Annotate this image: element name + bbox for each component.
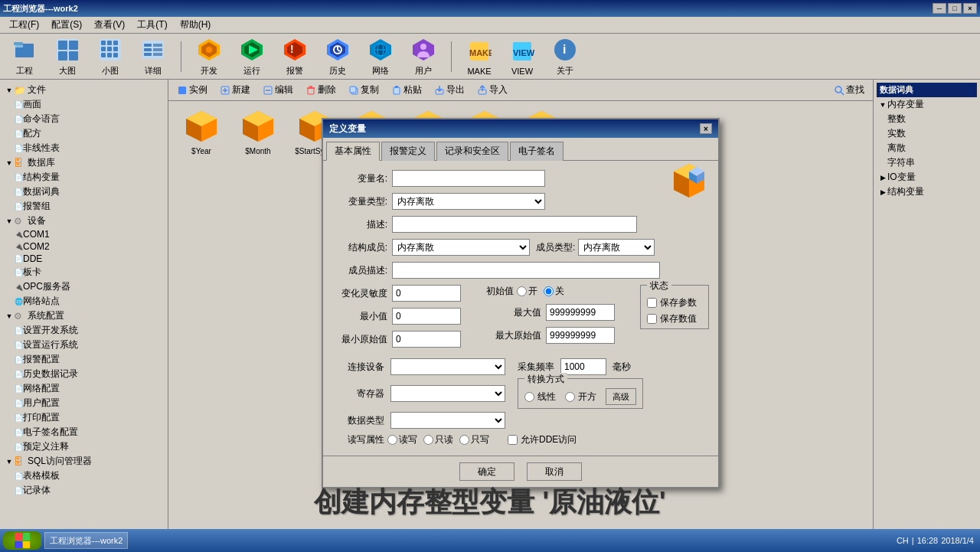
sidebar-item-com2[interactable]: 🔌 COM2 <box>12 240 165 253</box>
ct-paste[interactable]: 粘贴 <box>386 81 427 99</box>
sidebar-item-command[interactable]: 📄 命令语言 <box>12 112 165 126</box>
toolbar-run[interactable]: 运行 <box>234 36 270 77</box>
sidebar-item-esignconfig[interactable]: 📄 电子签名配置 <box>12 425 165 439</box>
toolbar-dev[interactable]: 开发 <box>191 36 227 77</box>
sidebar-item-histdata[interactable]: 📄 历史数据记录 <box>12 367 165 381</box>
maximize-button[interactable]: □ <box>948 3 962 14</box>
toolbar-view[interactable]: VIEW VIEW <box>504 38 541 76</box>
sidebar-item-predefcomment[interactable]: 📄 预定义注释 <box>12 439 165 454</box>
menu-view[interactable]: 查看(V) <box>88 17 131 33</box>
sidebar-item-recordbody[interactable]: 📄 记录体 <box>12 483 165 498</box>
allow-dde-checkbox[interactable] <box>508 435 518 445</box>
dialog-tab-basic[interactable]: 基本属性 <box>326 142 380 161</box>
convert-custom-radio[interactable] <box>565 392 575 402</box>
start-button[interactable] <box>3 531 41 550</box>
toolbar-alarm[interactable]: ! 报警 <box>276 36 313 77</box>
menu-config[interactable]: 配置(S) <box>45 17 88 33</box>
convert-linear-radio[interactable] <box>524 392 534 402</box>
member-desc-input[interactable] <box>392 262 660 279</box>
save-params-checkbox[interactable] <box>647 298 657 308</box>
max-input[interactable] <box>546 304 615 321</box>
ct-delete[interactable]: 删除 <box>300 81 341 99</box>
max-raw-input[interactable] <box>546 327 615 344</box>
ct-copy[interactable]: 复制 <box>343 81 384 99</box>
ct-search[interactable]: 查找 <box>828 81 870 99</box>
sidebar-item-com1[interactable]: 🔌 COM1 <box>12 228 165 240</box>
dialog-tab-record[interactable]: 记录和安全区 <box>436 142 508 161</box>
menu-tools[interactable]: 工具(T) <box>131 17 173 33</box>
minimize-button[interactable]: ─ <box>933 3 946 14</box>
sidebar-section-file[interactable]: ▼ 📁 文件 <box>3 83 165 97</box>
sidebar-item-devsetup[interactable]: 📄 设置开发系统 <box>12 323 165 338</box>
sidebar-item-netconfig[interactable]: 📄 网络配置 <box>12 381 165 396</box>
ro-radio[interactable] <box>423 435 433 445</box>
rs-item-int[interactable]: 整数 <box>886 112 977 126</box>
toolbar-network[interactable]: 网络 <box>362 36 399 77</box>
sidebar-item-canvas[interactable]: 📄 画面 <box>12 97 165 112</box>
toolbar-bigview[interactable]: 大图 <box>49 36 86 77</box>
ct-new[interactable]: 新建 <box>214 81 256 99</box>
sidebar-section-db[interactable]: ▼ 🗄 数据库 <box>3 155 165 170</box>
toolbar-detail[interactable]: 详细 <box>135 36 172 77</box>
ct-instance[interactable]: 实例 <box>172 81 213 99</box>
rs-item-string[interactable]: 字符串 <box>886 155 977 170</box>
toolbar-user[interactable]: 用户 <box>405 36 442 77</box>
menu-help[interactable]: 帮助(H) <box>174 17 217 33</box>
min-input[interactable] <box>392 308 461 325</box>
rs-item-iovar[interactable]: ▶ IO变量 <box>877 170 977 185</box>
ct-export[interactable]: 导出 <box>429 81 470 99</box>
rs-item-discrete[interactable]: 离散 <box>886 141 977 155</box>
rs-item-structvar[interactable]: ▶ 结构变量 <box>877 185 977 199</box>
desc-input[interactable] <box>392 216 637 233</box>
sidebar-item-datadict[interactable]: 📄 数据词典 <box>12 185 165 199</box>
sidebar-item-alarmconfig[interactable]: 📄 报警配置 <box>12 352 165 367</box>
freq-input[interactable] <box>560 358 606 375</box>
sidebar-item-nonlinear[interactable]: 📄 非线性表 <box>12 141 165 155</box>
cancel-button[interactable]: 取消 <box>527 462 582 481</box>
dialog-tab-alarm[interactable]: 报警定义 <box>381 142 435 161</box>
register-select[interactable] <box>390 385 505 402</box>
data-type-select[interactable] <box>390 412 505 429</box>
sensitivity-input[interactable] <box>392 285 461 302</box>
connect-device-select[interactable] <box>390 358 505 375</box>
var-type-select[interactable]: 内存离散 内存整数 内存实数 内存字符串 <box>392 193 545 210</box>
rs-item-memvar[interactable]: ▼ 内存变量 <box>877 97 977 112</box>
toolbar-make[interactable]: MAKE MAKE <box>461 38 498 76</box>
wo-radio[interactable] <box>459 435 469 445</box>
var-card-year[interactable]: $Year <box>175 107 228 155</box>
save-values-checkbox[interactable] <box>647 314 657 324</box>
sidebar-item-runsetup[interactable]: 📄 设置运行系统 <box>12 338 165 352</box>
toolbar-history[interactable]: 历史 <box>319 36 356 77</box>
sidebar-item-dde[interactable]: 📄 DDE <box>12 253 165 265</box>
var-name-input[interactable] <box>392 170 545 187</box>
toolbar-project[interactable]: 工程 <box>6 36 43 77</box>
var-card-month[interactable]: $Month <box>231 107 285 155</box>
sidebar-item-tabletemplate[interactable]: 📄 表格模板 <box>12 469 165 483</box>
sidebar-item-recipe[interactable]: 📄 配方 <box>12 126 165 141</box>
rw-radio[interactable] <box>387 435 397 445</box>
sidebar-item-userconfig[interactable]: 📄 用户配置 <box>12 396 165 410</box>
taskbar-item-main[interactable]: 工程浏览器---work2 <box>44 532 128 549</box>
dialog-close-button[interactable]: × <box>700 123 712 134</box>
menu-project[interactable]: 工程(F) <box>3 17 45 33</box>
sidebar-section-sql[interactable]: ▼ 🗄 SQL访问管理器 <box>3 454 165 469</box>
sidebar-item-opc[interactable]: 🔌 OPC服务器 <box>12 279 165 294</box>
sidebar-item-printconfig[interactable]: 📄 打印配置 <box>12 410 165 425</box>
advanced-button[interactable]: 高级 <box>606 388 636 405</box>
sidebar-item-alarmgroup[interactable]: 📄 报警组 <box>12 199 165 214</box>
ok-button[interactable]: 确定 <box>459 462 514 481</box>
min-raw-input[interactable] <box>392 331 461 348</box>
sidebar-item-structvar[interactable]: 📄 结构变量 <box>12 170 165 185</box>
rs-item-real[interactable]: 实数 <box>886 126 977 141</box>
sidebar-item-netnode[interactable]: 🌐 网络站点 <box>12 294 165 309</box>
close-button[interactable]: × <box>963 3 977 14</box>
initial-off-radio[interactable] <box>544 286 554 296</box>
sidebar-item-board[interactable]: 📄 板卡 <box>12 265 165 279</box>
toolbar-smallview[interactable]: 小图 <box>92 36 129 77</box>
member-type-select[interactable]: 内存离散 <box>578 239 655 256</box>
toolbar-about[interactable]: i 关于 <box>547 36 583 77</box>
ct-import[interactable]: 导入 <box>472 81 513 99</box>
sidebar-section-sysconfig[interactable]: ▼ ⚙ 系统配置 <box>3 309 165 323</box>
dialog-tab-esign[interactable]: 电子签名 <box>510 142 564 161</box>
struct-member-select[interactable]: 内存离散 <box>392 239 530 256</box>
